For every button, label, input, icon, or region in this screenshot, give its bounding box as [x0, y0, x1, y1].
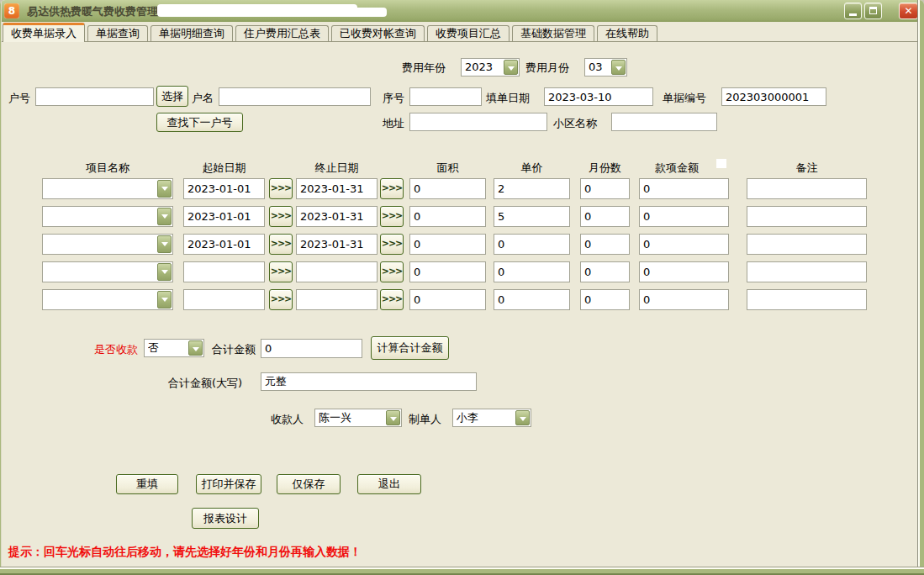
start-date-picker-button[interactable]: >>> [269, 206, 293, 227]
chevron-down-icon[interactable] [611, 60, 626, 75]
price-input[interactable] [494, 289, 570, 310]
fee-item-row: >>> >>> [0, 178, 924, 200]
calc-total-button[interactable]: 计算合计金额 [371, 336, 449, 360]
end-date-input[interactable] [296, 234, 378, 255]
reset-button[interactable]: 重填 [116, 474, 178, 494]
start-date-input[interactable] [183, 178, 265, 199]
chevron-down-icon[interactable] [515, 410, 530, 425]
is-paid-select[interactable]: 否 [144, 339, 204, 357]
total-caps-input[interactable] [261, 372, 477, 391]
end-date-picker-button[interactable]: >>> [380, 234, 404, 255]
end-date-picker-button[interactable]: >>> [380, 261, 404, 282]
app-icon: 8 [4, 3, 19, 18]
select-account-button[interactable]: 选择 [156, 86, 188, 107]
fill-date-input[interactable] [544, 87, 653, 106]
price-input[interactable] [494, 234, 570, 255]
project-select[interactable] [42, 178, 173, 199]
area-input[interactable] [409, 289, 486, 310]
amount-input[interactable] [639, 178, 729, 199]
start-date-input[interactable] [183, 234, 265, 255]
tab-online-help[interactable]: 在线帮助 [597, 25, 657, 41]
months-input[interactable] [580, 178, 630, 199]
window-border-bottom [0, 567, 924, 575]
account-name-label: 户名 [192, 91, 214, 106]
tab-doc-detail-query[interactable]: 单据明细查询 [150, 25, 233, 41]
end-date-picker-button[interactable]: >>> [380, 289, 404, 310]
project-select[interactable] [42, 234, 173, 255]
chevron-down-icon[interactable] [386, 410, 400, 425]
fee-month-select[interactable]: 03 [584, 58, 627, 76]
area-input[interactable] [409, 261, 486, 282]
price-input[interactable] [494, 261, 570, 282]
total-amount-input[interactable] [261, 339, 362, 358]
fee-year-select[interactable]: 2023 [461, 58, 520, 76]
address-input[interactable] [409, 113, 547, 131]
project-select[interactable] [42, 289, 173, 310]
months-input[interactable] [580, 261, 630, 282]
remark-input[interactable] [747, 289, 867, 310]
amount-input[interactable] [639, 206, 729, 227]
chevron-down-icon[interactable] [188, 340, 203, 356]
tab-paid-reconcile-query[interactable]: 已收费对帐查询 [331, 25, 425, 41]
area-input[interactable] [409, 178, 486, 199]
exit-button[interactable]: 退出 [357, 474, 421, 494]
doc-no-input[interactable] [721, 87, 826, 106]
remark-input[interactable] [747, 206, 867, 227]
title-bar: 8 易达供热费暖气费收费管理软件 ✕ [0, 0, 924, 22]
project-select[interactable] [42, 206, 173, 227]
report-design-button[interactable]: 报表设计 [192, 508, 259, 529]
amount-input[interactable] [639, 261, 729, 282]
start-date-input[interactable] [183, 206, 265, 227]
price-input[interactable] [494, 178, 570, 199]
maker-select[interactable]: 小李 [452, 409, 531, 427]
start-date-input[interactable] [183, 261, 265, 282]
start-date-picker-button[interactable]: >>> [269, 261, 293, 282]
area-input[interactable] [409, 206, 486, 227]
print-save-button[interactable]: 打印并保存 [196, 474, 261, 494]
account-name-input[interactable] [219, 87, 371, 106]
tab-doc-query[interactable]: 单据查询 [87, 25, 148, 41]
save-only-button[interactable]: 仅保存 [277, 474, 341, 494]
account-no-input[interactable] [35, 87, 154, 106]
remark-input[interactable] [747, 178, 867, 199]
payee-select[interactable]: 陈一兴 [314, 409, 402, 427]
tab-fee-entry[interactable]: 收费单据录入 [3, 23, 85, 42]
serial-no-input[interactable] [409, 87, 482, 106]
fill-date-label: 填单日期 [486, 91, 530, 106]
remark-input[interactable] [747, 261, 867, 282]
remark-input[interactable] [747, 234, 867, 255]
end-date-picker-button[interactable]: >>> [380, 178, 404, 199]
project-select[interactable] [42, 261, 173, 282]
chevron-down-icon[interactable] [157, 263, 172, 281]
start-date-picker-button[interactable]: >>> [269, 289, 293, 310]
chevron-down-icon[interactable] [157, 291, 172, 309]
chevron-down-icon[interactable] [157, 208, 172, 225]
end-date-input[interactable] [296, 206, 378, 227]
chevron-down-icon[interactable] [504, 60, 518, 75]
end-date-input[interactable] [296, 289, 378, 310]
tab-base-data-mgmt[interactable]: 基础数据管理 [512, 25, 594, 41]
tab-fee-item-summary[interactable]: 收费项目汇总 [427, 25, 510, 41]
maximize-button[interactable] [864, 3, 882, 19]
amount-input[interactable] [639, 234, 729, 255]
start-date-picker-button[interactable]: >>> [269, 234, 293, 255]
start-date-picker-button[interactable]: >>> [269, 178, 293, 199]
close-button[interactable]: ✕ [899, 3, 918, 19]
end-date-picker-button[interactable]: >>> [380, 206, 404, 227]
tab-household-fee-summary[interactable]: 住户费用汇总表 [235, 25, 329, 41]
months-input[interactable] [580, 289, 630, 310]
price-input[interactable] [494, 206, 570, 227]
community-input[interactable] [611, 113, 717, 131]
months-input[interactable] [580, 234, 630, 255]
area-input[interactable] [409, 234, 486, 255]
find-next-account-button[interactable]: 查找下一户号 [156, 113, 243, 132]
minimize-icon [849, 13, 857, 16]
minimize-button[interactable] [844, 3, 862, 19]
months-input[interactable] [580, 206, 630, 227]
end-date-input[interactable] [296, 178, 378, 199]
end-date-input[interactable] [296, 261, 378, 282]
chevron-down-icon[interactable] [157, 180, 172, 198]
start-date-input[interactable] [183, 289, 265, 310]
amount-input[interactable] [639, 289, 729, 310]
chevron-down-icon[interactable] [157, 235, 172, 253]
